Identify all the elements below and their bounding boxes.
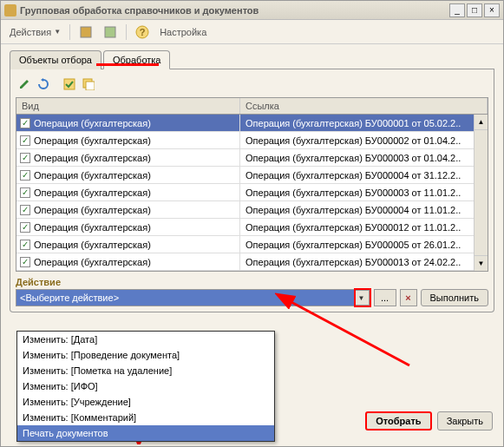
cell-link: Операция (бухгалтерская) БУ000012 от 11.…: [240, 219, 474, 235]
cell-vid: Операция (бухгалтерская): [34, 170, 151, 181]
cell-link: Операция (бухгалтерская) БУ000002 от 01.…: [240, 132, 474, 148]
tab-body: Вид Ссылка ✓Операция (бухгалтерская)Опер…: [10, 69, 494, 312]
dropdown-option[interactable]: Изменить: [Дата]: [17, 332, 274, 347]
cell-link: Операция (бухгалтерская) БУ000003 от 11.…: [240, 184, 474, 200]
action-dropdown-list: Изменить: [Дата]Изменить: [Проведение до…: [16, 331, 275, 442]
refresh-icon[interactable]: [35, 76, 52, 92]
close-window-button[interactable]: ×: [484, 3, 500, 17]
table-row[interactable]: ✓Операция (бухгалтерская)Операция (бухга…: [16, 149, 474, 167]
window-title: Групповая обработка справочников и докум…: [20, 5, 448, 16]
red-underline-annotation: [96, 63, 159, 66]
cell-link: Операция (бухгалтерская) БУ000013 от 24.…: [240, 253, 474, 270]
cell-vid: Операция (бухгалтерская): [34, 240, 151, 250]
cell-link: Операция (бухгалтерская) БУ000004 от 11.…: [240, 201, 474, 218]
action-label: Действие: [16, 277, 488, 287]
close-button[interactable]: Закрыть: [437, 411, 493, 431]
separator: [126, 24, 127, 40]
checkbox-icon[interactable]: ✓: [20, 118, 30, 128]
table-row[interactable]: ✓Операция (бухгалтерская)Операция (бухга…: [16, 219, 474, 236]
dropdown-option[interactable]: Изменить: [Комментарий]: [17, 410, 274, 425]
actions-menu[interactable]: Действия ▼: [6, 25, 64, 39]
column-vid[interactable]: Вид: [16, 98, 240, 114]
checkbox-icon[interactable]: ✓: [20, 170, 30, 181]
cell-vid: Операция (бухгалтерская): [34, 205, 151, 215]
checkbox-icon[interactable]: ✓: [20, 153, 30, 163]
svg-rect-0: [81, 27, 91, 37]
bottom-buttons: Отобрать Закрыть: [365, 411, 493, 431]
checkbox-icon[interactable]: ✓: [20, 222, 30, 233]
table-row[interactable]: ✓Операция (бухгалтерская)Операция (бухга…: [16, 253, 474, 271]
main-window: Групповая обработка справочников и докум…: [0, 0, 504, 447]
execute-button[interactable]: Выполнить: [421, 289, 488, 306]
maximize-button[interactable]: □: [467, 3, 482, 17]
cell-link: Операция (бухгалтерская) БУ000003 от 01.…: [240, 149, 474, 166]
cell-link: Операция (бухгалтерская) БУ000004 от 31.…: [240, 167, 474, 183]
check-all-icon[interactable]: [61, 76, 78, 92]
minimize-button[interactable]: _: [449, 3, 465, 17]
content-area: Объекты отбора Обработка Вид Ссылка ✓Опе…: [1, 44, 503, 318]
action-dropdown[interactable]: <Выберите действие> ▼: [16, 289, 370, 306]
cell-vid: Операция (бухгалтерская): [34, 257, 151, 267]
table-body: ✓Операция (бухгалтерская)Операция (бухга…: [16, 115, 474, 271]
select-button[interactable]: Отобрать: [365, 411, 431, 431]
table-row[interactable]: ✓Операция (бухгалтерская)Операция (бухга…: [16, 167, 474, 184]
dropdown-button[interactable]: ▼: [354, 290, 370, 306]
ellipsis-button[interactable]: ...: [374, 289, 396, 306]
column-link[interactable]: Ссылка: [240, 98, 488, 114]
cell-vid: Операция (бухгалтерская): [34, 118, 151, 128]
svg-text:?: ?: [140, 27, 146, 37]
uncheck-all-icon[interactable]: [80, 76, 97, 92]
tab-strip: Объекты отбора Обработка: [10, 49, 494, 69]
dropdown-option[interactable]: Изменить: [Пометка на удаление]: [17, 363, 274, 378]
table-toolbar: [16, 75, 488, 97]
cell-link: Операция (бухгалтерская) БУ000005 от 26.…: [240, 236, 474, 253]
dropdown-option[interactable]: Печать документов: [17, 425, 274, 441]
main-toolbar: Действия ▼ ? Настройка: [1, 20, 503, 44]
table-row[interactable]: ✓Операция (бухгалтерская)Операция (бухга…: [16, 132, 474, 149]
help-button[interactable]: ?: [132, 23, 153, 41]
dropdown-option[interactable]: Изменить: [ИФО]: [17, 378, 274, 394]
cell-vid: Операция (бухгалтерская): [34, 187, 151, 198]
table-row[interactable]: ✓Операция (бухгалтерская)Операция (бухга…: [16, 184, 474, 201]
dropdown-option[interactable]: Изменить: [Учреждение]: [17, 394, 274, 410]
table-row[interactable]: ✓Операция (бухгалтерская)Операция (бухга…: [16, 115, 474, 132]
checkbox-icon[interactable]: ✓: [20, 257, 30, 267]
clear-button[interactable]: ×: [400, 289, 417, 306]
vertical-scrollbar[interactable]: ▲ ▼: [474, 115, 488, 271]
table-row[interactable]: ✓Операция (бухгалтерская)Операция (бухга…: [16, 236, 474, 253]
tab-objects[interactable]: Объекты отбора: [10, 50, 101, 69]
settings-button[interactable]: Настройка: [156, 25, 210, 39]
checkbox-icon[interactable]: ✓: [20, 240, 30, 250]
svg-rect-6: [86, 82, 95, 90]
cell-vid: Операция (бухгалтерская): [34, 135, 151, 146]
chevron-down-icon: ▼: [54, 28, 61, 36]
cell-link: Операция (бухгалтерская) БУ000001 от 05.…: [240, 115, 474, 131]
app-icon: [4, 4, 16, 16]
table-row[interactable]: ✓Операция (бухгалтерская)Операция (бухга…: [16, 201, 474, 219]
svg-rect-4: [64, 79, 75, 89]
checkbox-icon[interactable]: ✓: [20, 187, 30, 198]
checkbox-icon[interactable]: ✓: [20, 135, 30, 146]
separator: [69, 24, 70, 40]
checkbox-icon[interactable]: ✓: [20, 205, 30, 215]
toolbar-icon-1[interactable]: [75, 23, 96, 41]
cell-vid: Операция (бухгалтерская): [34, 222, 151, 233]
action-section: Действие <Выберите действие> ▼ ... × Вып…: [16, 277, 488, 306]
titlebar: Групповая обработка справочников и докум…: [1, 1, 503, 20]
tab-processing[interactable]: Обработка: [103, 50, 170, 69]
table-header: Вид Ссылка: [16, 98, 488, 115]
data-table: Вид Ссылка ✓Операция (бухгалтерская)Опер…: [16, 97, 488, 272]
toolbar-icon-2[interactable]: [100, 23, 121, 41]
cell-vid: Операция (бухгалтерская): [34, 153, 151, 163]
dropdown-option[interactable]: Изменить: [Проведение документа]: [17, 347, 274, 363]
svg-rect-1: [105, 27, 115, 37]
edit-icon[interactable]: [16, 76, 33, 92]
